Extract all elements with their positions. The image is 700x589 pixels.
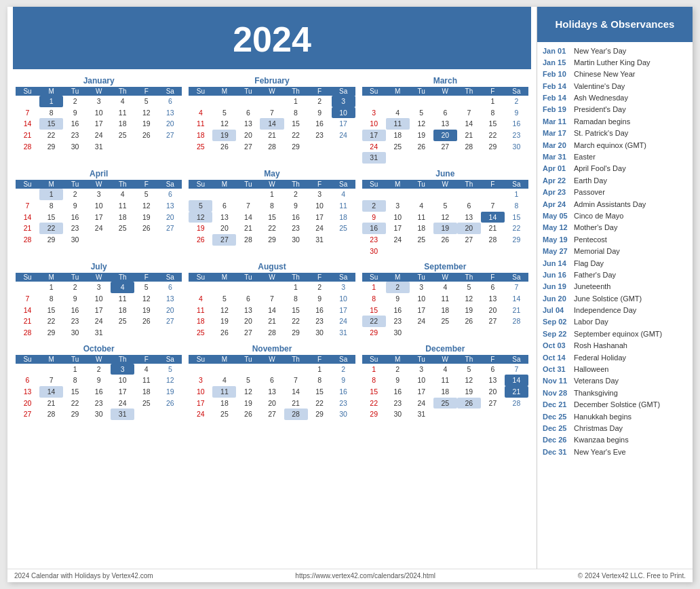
day-header: Su bbox=[16, 87, 39, 96]
holiday-date: Dec 26 bbox=[543, 435, 571, 445]
calendar-day: 6 bbox=[236, 107, 260, 119]
calendar-day bbox=[39, 364, 63, 375]
calendar-day: 2 bbox=[284, 189, 308, 200]
month-table: SuMTuWThFSa12345678910111213141516171819… bbox=[16, 355, 182, 420]
day-header: Sa bbox=[332, 355, 355, 364]
calendar-day: 8 bbox=[505, 200, 528, 212]
holiday-name: President's Day bbox=[574, 104, 626, 115]
holiday-name: New Year's Day bbox=[574, 46, 626, 56]
calendar-day: 27 bbox=[433, 141, 457, 153]
day-header: M bbox=[386, 355, 410, 364]
holiday-item: Dec 21December Solstice (GMT) bbox=[543, 400, 687, 410]
day-header: W bbox=[433, 355, 457, 364]
holiday-name: New Year's Eve bbox=[574, 447, 626, 457]
calendar-day: 6 bbox=[433, 107, 457, 119]
calendar-day bbox=[212, 364, 236, 375]
calendar-day: 13 bbox=[158, 107, 182, 119]
calendar-day: 29 bbox=[362, 408, 386, 420]
day-header: Th bbox=[457, 355, 481, 364]
day-header: F bbox=[481, 180, 505, 189]
calendar-day bbox=[386, 246, 410, 257]
holiday-date: May 05 bbox=[543, 211, 571, 221]
calendar-day: 22 bbox=[63, 398, 87, 409]
month-block: AugustSuMTuWThFSa12345678910111213141516… bbox=[189, 262, 355, 338]
holiday-list: Jan 01New Year's DayJan 15Martin Luther … bbox=[537, 42, 693, 463]
calendar-day: 1 bbox=[39, 189, 63, 200]
calendar-day bbox=[260, 364, 284, 375]
calendar-day: 17 bbox=[87, 305, 111, 316]
calendar-day: 20 bbox=[260, 398, 284, 409]
calendar-day: 30 bbox=[87, 408, 111, 420]
calendar-day: 12 bbox=[457, 375, 481, 386]
calendar-day: 27 bbox=[158, 130, 182, 141]
calendar-day: 5 bbox=[433, 200, 457, 212]
calendar-day: 26 bbox=[457, 316, 481, 327]
calendar-day: 14 bbox=[260, 118, 284, 130]
calendar-day bbox=[410, 96, 433, 107]
holiday-name: Mother's Day bbox=[574, 223, 617, 233]
calendar-day bbox=[433, 246, 457, 257]
calendar-day bbox=[457, 408, 481, 420]
calendar-day: 15 bbox=[39, 212, 63, 223]
day-header: F bbox=[308, 87, 332, 96]
calendar-day: 21 bbox=[16, 130, 39, 141]
calendar-day: 1 bbox=[39, 96, 63, 107]
calendar-day: 16 bbox=[87, 386, 111, 398]
footer-left: 2024 Calendar with Holidays by Vertex42.… bbox=[14, 572, 153, 580]
calendar-day: 21 bbox=[16, 223, 39, 234]
calendar-day: 19 bbox=[189, 223, 212, 234]
calendar-day: 15 bbox=[505, 212, 528, 223]
calendar-day: 14 bbox=[505, 375, 528, 386]
holiday-name: June Solstice (GMT) bbox=[574, 294, 642, 304]
calendar-day bbox=[158, 234, 182, 246]
day-header: Sa bbox=[158, 180, 182, 189]
calendar-day: 27 bbox=[158, 316, 182, 327]
calendar-day: 23 bbox=[63, 316, 87, 327]
calendar-day: 24 bbox=[87, 316, 111, 327]
calendar-day: 23 bbox=[386, 316, 410, 327]
calendar-day: 18 bbox=[111, 305, 134, 316]
day-header: M bbox=[39, 355, 63, 364]
calendar-day: 12 bbox=[410, 118, 433, 130]
calendar-day: 28 bbox=[284, 408, 308, 420]
day-header: Th bbox=[457, 273, 481, 282]
calendar-day: 17 bbox=[189, 398, 212, 409]
day-header: Th bbox=[111, 355, 134, 364]
calendar-day: 16 bbox=[505, 118, 528, 130]
calendar-day: 4 bbox=[189, 293, 212, 305]
month-title: February bbox=[189, 76, 355, 86]
calendar-day: 9 bbox=[308, 107, 332, 119]
calendar-day: 19 bbox=[134, 118, 158, 130]
calendar-day: 17 bbox=[111, 386, 134, 398]
calendar-day: 14 bbox=[505, 293, 528, 305]
holiday-name: Independence Day bbox=[574, 305, 636, 316]
holiday-item: Nov 28Thanksgiving bbox=[543, 388, 687, 398]
holiday-date: Jun 14 bbox=[543, 259, 571, 269]
calendar-day: 8 bbox=[481, 107, 505, 119]
holiday-item: Jun 20June Solstice (GMT) bbox=[543, 294, 687, 304]
holiday-item: May 12Mother's Day bbox=[543, 223, 687, 233]
month-table: SuMTuWThFSa12345678910111213141516171819… bbox=[362, 180, 528, 256]
calendar-day bbox=[505, 246, 528, 257]
holiday-item: Jan 15Martin Luther King Day bbox=[543, 58, 687, 68]
holiday-name: Earth Day bbox=[574, 176, 607, 186]
calendar-day: 5 bbox=[134, 189, 158, 200]
calendar-day bbox=[481, 327, 505, 339]
calendar-day: 7 bbox=[16, 293, 39, 305]
holiday-date: Jun 20 bbox=[543, 294, 571, 304]
holiday-item: Feb 14Ash Wednesday bbox=[543, 93, 687, 103]
day-header: Sa bbox=[332, 273, 355, 282]
holiday-item: Dec 25Christmas Day bbox=[543, 423, 687, 434]
calendar-day: 10 bbox=[87, 293, 111, 305]
holiday-item: Apr 01April Fool's Day bbox=[543, 164, 687, 174]
calendar-day: 8 bbox=[39, 200, 63, 212]
holiday-item: Sep 02Labor Day bbox=[543, 317, 687, 327]
calendar-day: 13 bbox=[457, 212, 481, 223]
calendar-day bbox=[457, 189, 481, 200]
calendar-day: 9 bbox=[332, 375, 355, 386]
day-header: F bbox=[134, 273, 158, 282]
day-header: Th bbox=[284, 355, 308, 364]
calendar-day: 21 bbox=[505, 305, 528, 316]
calendar-day: 7 bbox=[16, 107, 39, 119]
calendar-day: 15 bbox=[39, 118, 63, 130]
